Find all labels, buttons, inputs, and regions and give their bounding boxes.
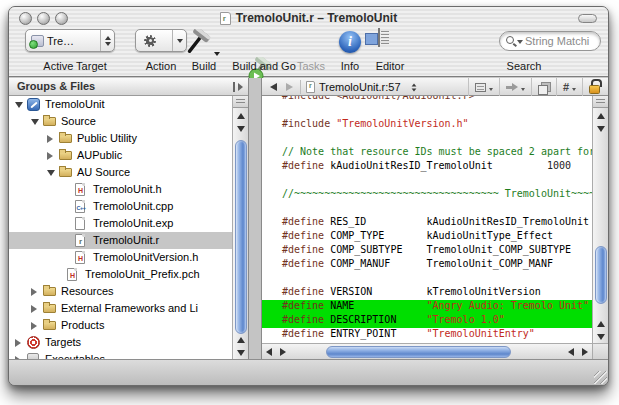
file-history-label: TremoloUnit.r:57 [319,81,401,93]
active-target-label: Tre… [47,35,74,47]
scroll-down-arrow[interactable] [233,346,248,359]
back-button[interactable] [270,83,277,91]
editor-button[interactable] [378,29,380,59]
disclosure-triangle-icon[interactable] [47,152,53,160]
sidebar-tree: TremoloUnitSourcePublic UtilityAUPublicA… [9,96,232,359]
cpp-file-icon [75,200,85,213]
code-line [262,132,592,146]
sidebar-item-label: AU Source [77,164,130,181]
code-line: #define COMP_TYPE kAudioUnitType_Effect [262,230,592,244]
disclosure-triangle-icon[interactable] [15,339,21,347]
sidebar-item-tremolounitversion-h[interactable]: TremoloUnitVersion.h [9,249,232,266]
sidebar-item-tremolounit-r[interactable]: TremoloUnit.r [9,232,232,249]
sidebar-item-tremolounit-cpp[interactable]: TremoloUnit.cpp [9,198,232,215]
lock-button[interactable] [582,78,608,96]
file-history-popup[interactable]: TremoloUnit.r:57 [306,78,417,96]
sidebar-item-source[interactable]: Source [9,113,232,130]
scroll-right-arrow[interactable] [578,344,592,359]
disclosure-triangle-icon[interactable] [31,288,37,296]
sidebar-item-au-source[interactable]: AU Source [9,164,232,181]
scroll-down-arrow[interactable] [593,330,608,343]
rez-file-icon [75,234,85,247]
code-line: #include <AudioUnit/AudioUnit.r> [262,96,592,104]
sidebar-item-label: External Frameworks and Li [61,300,198,317]
sidebar-item-products[interactable]: Products [9,317,232,334]
bookmarks-button[interactable] [468,78,499,96]
split-pane-icon[interactable] [593,96,608,108]
disclosure-triangle-icon[interactable] [31,305,37,313]
scroll-down-arrow[interactable] [233,122,248,135]
resize-grip[interactable] [594,371,607,384]
disclosure-triangle-icon[interactable] [47,135,53,143]
sidebar-item-executables[interactable]: Executables [9,351,232,359]
sidebar-item-tremolounit-h[interactable]: TremoloUnit.h [9,181,232,198]
content-area: Groups & Files TremoloUnitSourcePublic U… [9,78,608,359]
editor-caption: Editor [369,59,411,75]
symbols-popup[interactable]: # [556,78,582,96]
code-line: #define DESCRIPTION "Tremolo 1.0" [262,314,592,328]
scroll-right-arrow[interactable] [276,344,290,359]
search-input[interactable]: String Matchi [499,31,601,51]
zoom-button[interactable] [55,12,68,25]
counterpart-button[interactable] [531,78,556,96]
titlebar[interactable]: TremoloUnit.r – TremoloUnit [9,7,608,29]
exp-file-icon [75,217,85,230]
code-editor[interactable]: #include <AudioUnit/AudioUnit.r>#include… [262,96,592,343]
scroll-up-arrow[interactable] [593,317,608,330]
disclosure-triangle-icon[interactable] [47,170,55,176]
document-icon [220,12,231,25]
breakpoints-button[interactable] [499,78,531,96]
code-line: #define COMP_SUBTYPE TremoloUnit_COMP_SU… [262,244,592,258]
close-button[interactable] [19,12,32,25]
folder-icon [59,168,72,177]
sidebar-item-public-utility[interactable]: Public Utility [9,130,232,147]
sidebar-item-tremolounit-prefix-pch[interactable]: TremoloUnit_Prefix.pch [9,266,232,283]
sidebar-scrollbar[interactable] [232,96,248,359]
editor-scroller-thumb[interactable] [595,246,607,304]
editor-vertical-scrollbar[interactable] [592,96,608,343]
bookmark-icon [475,83,486,92]
search-value: String Matchi [525,35,589,47]
sidebar-item-targets[interactable]: Targets [9,334,232,351]
info-button[interactable]: i [339,29,361,59]
sidebar-item-label: TremoloUnitVersion.h [93,249,198,266]
sidebar-item-resources[interactable]: Resources [9,283,232,300]
scroll-left-arrow[interactable] [262,344,276,359]
scroll-up-arrow[interactable] [233,109,248,122]
minimize-button[interactable] [37,12,50,25]
sidebar-item-label: Resources [61,283,114,300]
active-target-popup[interactable]: Tre… [25,29,115,52]
window-bottom-bar [9,359,608,385]
sidebar-item-label: TremoloUnit.cpp [93,198,173,215]
code-line: #define RES_ID kAudioUnitResID_TremoloUn… [262,216,592,230]
rez-file-icon [306,81,315,93]
folder-icon [59,151,72,160]
info-caption: Info [334,59,366,75]
split-pane-icon[interactable] [233,96,248,108]
scroll-up-arrow[interactable] [233,333,248,346]
action-popup[interactable] [135,29,187,52]
disclosure-triangle-icon[interactable] [31,119,39,125]
sidebar-item-tremolounit-exp[interactable]: TremoloUnit.exp [9,215,232,232]
build-button[interactable] [185,29,219,57]
scroll-down-arrow[interactable] [593,122,608,135]
horizontal-scroller-thumb[interactable] [326,346,511,358]
header-file-icon [75,251,85,264]
scroll-left-arrow[interactable] [564,344,578,359]
disclosure-triangle-icon[interactable] [15,102,23,108]
disclosure-triangle-icon[interactable] [31,322,37,330]
sidebar-splitter-icon[interactable] [233,82,245,92]
sidebar-item-label: Public Utility [77,130,137,147]
code-line: #define ENTRY_POINT "TremoloUnitEntry" [262,328,592,342]
sidebar-item-tremolounit[interactable]: TremoloUnit [9,96,232,113]
toolbar-collapse-button[interactable] [578,14,597,23]
window-title: TremoloUnit.r – TremoloUnit [236,11,397,25]
forward-button[interactable] [286,83,293,91]
scroll-up-arrow[interactable] [593,109,608,122]
sidebar-item-aupublic[interactable]: AUPublic [9,147,232,164]
editor-horizontal-scrollbar[interactable] [262,343,592,359]
sidebar-item-external-frameworks-and-li[interactable]: External Frameworks and Li [9,300,232,317]
code-line: // Note that resource IDs must be spaced… [262,146,592,160]
scrollbar-corner [592,343,608,359]
sidebar-scroller-thumb[interactable] [235,140,247,334]
